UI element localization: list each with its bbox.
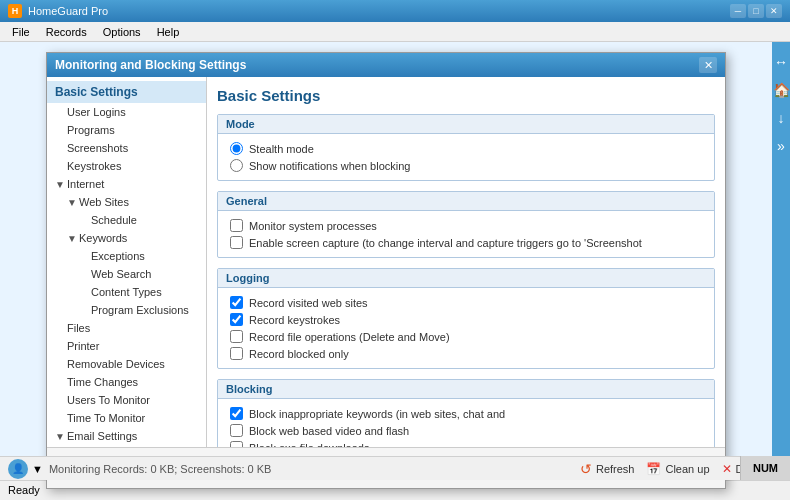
stealth-mode-label: Stealth mode bbox=[249, 143, 314, 155]
content-panel: Basic Settings Mode Stealth mode Show no… bbox=[207, 77, 725, 447]
record-blocked-only-input[interactable] bbox=[230, 347, 243, 360]
refresh-icon: ↺ bbox=[580, 461, 592, 477]
blocking-section-body: Block inappropriate keywords (in web sit… bbox=[218, 399, 714, 447]
record-keystrokes-input[interactable] bbox=[230, 313, 243, 326]
block-exe-input[interactable] bbox=[230, 441, 243, 447]
block-keywords-checkbox[interactable]: Block inappropriate keywords (in web sit… bbox=[230, 405, 702, 422]
delete-icon: ✕ bbox=[722, 462, 732, 476]
menu-records[interactable]: Records bbox=[38, 24, 95, 40]
show-notifications-input[interactable] bbox=[230, 159, 243, 172]
tree-item-removable-devices[interactable]: Removable Devices bbox=[47, 355, 206, 373]
record-blocked-only-label: Record blocked only bbox=[249, 348, 349, 360]
mode-section: Mode Stealth mode Show notifications whe… bbox=[217, 114, 715, 181]
record-file-ops-label: Record file operations (Delete and Move) bbox=[249, 331, 450, 343]
stealth-mode-input[interactable] bbox=[230, 142, 243, 155]
tree-item-keywords[interactable]: ▼Keywords bbox=[47, 229, 206, 247]
monitoring-status: Monitoring Records: 0 KB; Screenshots: 0… bbox=[49, 463, 272, 475]
cleanup-icon: 📅 bbox=[646, 462, 661, 476]
record-web-sites-label: Record visited web sites bbox=[249, 297, 368, 309]
block-keywords-label: Block inappropriate keywords (in web sit… bbox=[249, 408, 505, 420]
settings-dialog: Monitoring and Blocking Settings ✕ Basic… bbox=[46, 52, 726, 489]
block-video-input[interactable] bbox=[230, 424, 243, 437]
tree-section-header[interactable]: Basic Settings bbox=[47, 81, 206, 103]
maximize-button[interactable]: □ bbox=[748, 4, 764, 18]
general-section-header: General bbox=[218, 192, 714, 211]
user-dropdown-icon[interactable]: ▼ bbox=[32, 463, 43, 475]
block-exe-label: Block exe file downloads bbox=[249, 442, 369, 448]
record-web-sites-checkbox[interactable]: Record visited web sites bbox=[230, 294, 702, 311]
title-bar: H HomeGuard Pro ─ □ ✕ bbox=[0, 0, 790, 22]
screen-capture-checkbox[interactable]: Enable screen capture (to change interva… bbox=[230, 234, 702, 251]
stealth-mode-radio[interactable]: Stealth mode bbox=[230, 140, 702, 157]
right-panel-icon-1[interactable]: ↔ bbox=[772, 50, 790, 74]
tree-item-time-changes[interactable]: Time Changes bbox=[47, 373, 206, 391]
dialog-close-button[interactable]: ✕ bbox=[699, 57, 717, 73]
app-title: HomeGuard Pro bbox=[28, 5, 108, 17]
tree-item-screenshots[interactable]: Screenshots bbox=[47, 139, 206, 157]
menu-file[interactable]: File bbox=[4, 24, 38, 40]
show-notifications-radio[interactable]: Show notifications when blocking bbox=[230, 157, 702, 174]
refresh-action[interactable]: ↺ Refresh bbox=[580, 461, 635, 477]
monitor-processes-checkbox[interactable]: Monitor system processes bbox=[230, 217, 702, 234]
menu-bar: File Records Options Help bbox=[0, 22, 790, 42]
num-indicator: NUM bbox=[740, 456, 790, 480]
menu-options[interactable]: Options bbox=[95, 24, 149, 40]
logging-section-body: Record visited web sites Record keystrok… bbox=[218, 288, 714, 368]
content-title: Basic Settings bbox=[217, 87, 715, 104]
tree-item-program-exclusions[interactable]: Program Exclusions bbox=[47, 301, 206, 319]
show-notifications-label: Show notifications when blocking bbox=[249, 160, 410, 172]
general-section-body: Monitor system processes Enable screen c… bbox=[218, 211, 714, 257]
user-icon-area: 👤 ▼ bbox=[8, 459, 43, 479]
tree-item-keystrokes[interactable]: Keystrokes bbox=[47, 157, 206, 175]
monitor-processes-label: Monitor system processes bbox=[249, 220, 377, 232]
mode-section-header: Mode bbox=[218, 115, 714, 134]
general-section: General Monitor system processes Enable … bbox=[217, 191, 715, 258]
close-button[interactable]: ✕ bbox=[766, 4, 782, 18]
tree-panel: Basic Settings User Logins Programs Scre… bbox=[47, 77, 207, 447]
tree-item-schedule[interactable]: Schedule bbox=[47, 211, 206, 229]
record-file-ops-input[interactable] bbox=[230, 330, 243, 343]
title-bar-controls: ─ □ ✕ bbox=[730, 4, 782, 18]
record-file-ops-checkbox[interactable]: Record file operations (Delete and Move) bbox=[230, 328, 702, 345]
tree-item-reports-alerts[interactable]: Reports & Alerts bbox=[47, 445, 206, 447]
block-keywords-input[interactable] bbox=[230, 407, 243, 420]
logging-section-header: Logging bbox=[218, 269, 714, 288]
screen-capture-input[interactable] bbox=[230, 236, 243, 249]
tree-item-user-logins[interactable]: User Logins bbox=[47, 103, 206, 121]
refresh-label[interactable]: Refresh bbox=[596, 463, 635, 475]
tree-item-web-sites[interactable]: ▼Web Sites bbox=[47, 193, 206, 211]
right-panel-icon-2[interactable]: 🏠 bbox=[771, 78, 791, 102]
status-bar: 👤 ▼ Monitoring Records: 0 KB; Screenshot… bbox=[0, 456, 790, 480]
block-video-checkbox[interactable]: Block web based video and flash bbox=[230, 422, 702, 439]
main-layout: 🏠 Home 👤 Users ↔ 🏠 ↓ » Monitoring and Bl… bbox=[0, 42, 790, 456]
right-panel-icon-3[interactable]: ↓ bbox=[776, 106, 787, 130]
ready-text: Ready bbox=[8, 484, 40, 496]
record-keystrokes-checkbox[interactable]: Record keystrokes bbox=[230, 311, 702, 328]
tree-item-printer[interactable]: Printer bbox=[47, 337, 206, 355]
record-blocked-only-checkbox[interactable]: Record blocked only bbox=[230, 345, 702, 362]
record-web-sites-input[interactable] bbox=[230, 296, 243, 309]
tree-item-files[interactable]: Files bbox=[47, 319, 206, 337]
right-panel: ↔ 🏠 ↓ » bbox=[772, 42, 790, 456]
cleanup-action[interactable]: 📅 Clean up bbox=[646, 462, 709, 476]
block-exe-checkbox[interactable]: Block exe file downloads bbox=[230, 439, 702, 447]
tree-item-web-search[interactable]: Web Search bbox=[47, 265, 206, 283]
minimize-button[interactable]: ─ bbox=[730, 4, 746, 18]
right-panel-icon-4[interactable]: » bbox=[775, 134, 787, 158]
block-video-label: Block web based video and flash bbox=[249, 425, 409, 437]
menu-help[interactable]: Help bbox=[149, 24, 188, 40]
tree-item-exceptions[interactable]: Exceptions bbox=[47, 247, 206, 265]
tree-item-users-to-monitor[interactable]: Users To Monitor bbox=[47, 391, 206, 409]
status-left: 👤 ▼ Monitoring Records: 0 KB; Screenshot… bbox=[8, 459, 271, 479]
tree-item-email-settings[interactable]: ▼Email Settings bbox=[47, 427, 206, 445]
dialog-body: Basic Settings User Logins Programs Scre… bbox=[47, 77, 725, 447]
app-icon: H bbox=[8, 4, 22, 18]
dialog-title: Monitoring and Blocking Settings bbox=[55, 58, 246, 72]
tree-item-time-to-monitor[interactable]: Time To Monitor bbox=[47, 409, 206, 427]
monitor-processes-input[interactable] bbox=[230, 219, 243, 232]
cleanup-label[interactable]: Clean up bbox=[665, 463, 709, 475]
tree-item-content-types[interactable]: Content Types bbox=[47, 283, 206, 301]
tree-item-programs[interactable]: Programs bbox=[47, 121, 206, 139]
dialog-title-bar: Monitoring and Blocking Settings ✕ bbox=[47, 53, 725, 77]
tree-item-internet[interactable]: ▼Internet bbox=[47, 175, 206, 193]
